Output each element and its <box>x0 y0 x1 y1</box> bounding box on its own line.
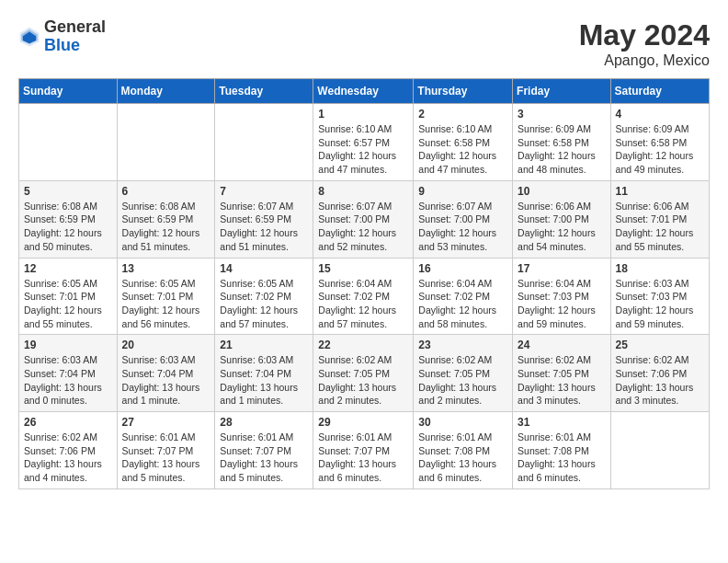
calendar-week-row: 26Sunrise: 6:02 AM Sunset: 7:06 PM Dayli… <box>19 412 710 489</box>
day-number: 3 <box>518 108 606 121</box>
day-info: Sunrise: 6:07 AM Sunset: 7:00 PM Dayligh… <box>318 200 408 254</box>
day-number: 4 <box>616 108 704 121</box>
calendar-day-12: 12Sunrise: 6:05 AM Sunset: 7:01 PM Dayli… <box>19 258 118 335</box>
day-number: 7 <box>220 185 308 198</box>
day-number: 24 <box>518 339 606 351</box>
calendar-day-8: 8Sunrise: 6:07 AM Sunset: 7:00 PM Daylig… <box>313 180 414 258</box>
calendar-day-27: 27Sunrise: 6:01 AM Sunset: 7:07 PM Dayli… <box>117 412 215 489</box>
day-number: 20 <box>122 339 210 351</box>
day-number: 15 <box>318 262 408 275</box>
logo-blue-text: Blue <box>44 36 80 54</box>
day-number: 23 <box>418 339 507 351</box>
day-info: Sunrise: 6:01 AM Sunset: 7:07 PM Dayligh… <box>220 431 308 485</box>
logo: General Blue <box>18 18 106 55</box>
calendar-day-21: 21Sunrise: 6:03 AM Sunset: 7:04 PM Dayli… <box>215 335 313 412</box>
calendar-day-5: 5Sunrise: 6:08 AM Sunset: 6:59 PM Daylig… <box>19 180 118 258</box>
calendar-week-row: 12Sunrise: 6:05 AM Sunset: 7:01 PM Dayli… <box>19 258 710 335</box>
day-info: Sunrise: 6:04 AM Sunset: 7:03 PM Dayligh… <box>518 277 606 331</box>
day-number: 9 <box>418 185 507 198</box>
calendar-empty-cell <box>215 104 313 181</box>
calendar-day-26: 26Sunrise: 6:02 AM Sunset: 7:06 PM Dayli… <box>19 412 118 489</box>
calendar-day-30: 30Sunrise: 6:01 AM Sunset: 7:08 PM Dayli… <box>414 412 513 489</box>
day-info: Sunrise: 6:01 AM Sunset: 7:07 PM Dayligh… <box>318 431 408 485</box>
day-number: 14 <box>220 262 308 275</box>
day-number: 13 <box>122 262 210 275</box>
day-info: Sunrise: 6:02 AM Sunset: 7:06 PM Dayligh… <box>616 353 704 408</box>
day-info: Sunrise: 6:08 AM Sunset: 6:59 PM Dayligh… <box>122 200 210 254</box>
day-number: 27 <box>122 416 210 429</box>
day-info: Sunrise: 6:02 AM Sunset: 7:05 PM Dayligh… <box>418 353 507 408</box>
logo-text: General Blue <box>44 18 106 55</box>
weekday-header-thursday: Thursday <box>414 79 513 104</box>
day-info: Sunrise: 6:10 AM Sunset: 6:58 PM Dayligh… <box>418 122 507 177</box>
day-info: Sunrise: 6:01 AM Sunset: 7:08 PM Dayligh… <box>518 431 606 485</box>
weekday-header-friday: Friday <box>513 79 611 104</box>
calendar-day-29: 29Sunrise: 6:01 AM Sunset: 7:07 PM Dayli… <box>313 412 414 489</box>
calendar-day-13: 13Sunrise: 6:05 AM Sunset: 7:01 PM Dayli… <box>117 258 215 335</box>
logo-general-text: General <box>44 17 106 36</box>
weekday-header-tuesday: Tuesday <box>215 79 313 104</box>
day-info: Sunrise: 6:09 AM Sunset: 6:58 PM Dayligh… <box>616 122 704 177</box>
day-number: 28 <box>220 416 308 429</box>
day-number: 25 <box>616 339 704 351</box>
weekday-header-monday: Monday <box>117 79 215 104</box>
day-number: 11 <box>616 185 704 198</box>
calendar-day-20: 20Sunrise: 6:03 AM Sunset: 7:04 PM Dayli… <box>117 335 215 412</box>
day-info: Sunrise: 6:06 AM Sunset: 7:01 PM Dayligh… <box>616 200 704 254</box>
calendar-day-10: 10Sunrise: 6:06 AM Sunset: 7:00 PM Dayli… <box>513 180 611 258</box>
day-number: 2 <box>418 108 507 121</box>
day-info: Sunrise: 6:05 AM Sunset: 7:01 PM Dayligh… <box>24 277 112 331</box>
day-info: Sunrise: 6:07 AM Sunset: 6:59 PM Dayligh… <box>220 200 308 254</box>
day-info: Sunrise: 6:03 AM Sunset: 7:04 PM Dayligh… <box>220 353 308 408</box>
day-info: Sunrise: 6:01 AM Sunset: 7:07 PM Dayligh… <box>122 431 210 485</box>
day-info: Sunrise: 6:03 AM Sunset: 7:04 PM Dayligh… <box>122 353 210 408</box>
day-info: Sunrise: 6:06 AM Sunset: 7:00 PM Dayligh… <box>518 200 606 254</box>
day-number: 6 <box>122 185 210 198</box>
day-info: Sunrise: 6:01 AM Sunset: 7:08 PM Dayligh… <box>418 431 507 485</box>
day-number: 18 <box>616 262 704 275</box>
calendar-day-2: 2Sunrise: 6:10 AM Sunset: 6:58 PM Daylig… <box>414 104 513 181</box>
calendar-empty-cell <box>610 412 709 489</box>
calendar-day-19: 19Sunrise: 6:03 AM Sunset: 7:04 PM Dayli… <box>19 335 118 412</box>
day-info: Sunrise: 6:05 AM Sunset: 7:01 PM Dayligh… <box>122 277 210 331</box>
calendar-day-9: 9Sunrise: 6:07 AM Sunset: 7:00 PM Daylig… <box>414 180 513 258</box>
location-title: Apango, Mexico <box>579 52 710 69</box>
day-info: Sunrise: 6:09 AM Sunset: 6:58 PM Dayligh… <box>518 122 606 177</box>
calendar-day-6: 6Sunrise: 6:08 AM Sunset: 6:59 PM Daylig… <box>117 180 215 258</box>
calendar-day-3: 3Sunrise: 6:09 AM Sunset: 6:58 PM Daylig… <box>513 104 611 181</box>
calendar-day-7: 7Sunrise: 6:07 AM Sunset: 6:59 PM Daylig… <box>215 180 313 258</box>
title-block: May 2024 Apango, Mexico <box>579 18 710 69</box>
calendar-day-16: 16Sunrise: 6:04 AM Sunset: 7:02 PM Dayli… <box>414 258 513 335</box>
calendar-day-15: 15Sunrise: 6:04 AM Sunset: 7:02 PM Dayli… <box>313 258 414 335</box>
day-number: 17 <box>518 262 606 275</box>
calendar-day-23: 23Sunrise: 6:02 AM Sunset: 7:05 PM Dayli… <box>414 335 513 412</box>
weekday-header-wednesday: Wednesday <box>313 79 414 104</box>
page-header: General Blue May 2024 Apango, Mexico <box>18 18 710 69</box>
day-info: Sunrise: 6:05 AM Sunset: 7:02 PM Dayligh… <box>220 277 308 331</box>
day-number: 8 <box>318 185 408 198</box>
day-number: 12 <box>24 262 112 275</box>
day-info: Sunrise: 6:03 AM Sunset: 7:04 PM Dayligh… <box>24 353 112 408</box>
day-number: 30 <box>418 416 507 429</box>
calendar-day-28: 28Sunrise: 6:01 AM Sunset: 7:07 PM Dayli… <box>215 412 313 489</box>
calendar-empty-cell <box>117 104 215 181</box>
calendar-day-11: 11Sunrise: 6:06 AM Sunset: 7:01 PM Dayli… <box>610 180 709 258</box>
day-number: 16 <box>418 262 507 275</box>
day-info: Sunrise: 6:07 AM Sunset: 7:00 PM Dayligh… <box>418 200 507 254</box>
calendar-day-31: 31Sunrise: 6:01 AM Sunset: 7:08 PM Dayli… <box>513 412 611 489</box>
day-number: 21 <box>220 339 308 351</box>
calendar-day-18: 18Sunrise: 6:03 AM Sunset: 7:03 PM Dayli… <box>610 258 709 335</box>
weekday-header-saturday: Saturday <box>610 79 709 104</box>
day-number: 26 <box>24 416 112 429</box>
day-number: 1 <box>318 108 408 121</box>
calendar-week-row: 5Sunrise: 6:08 AM Sunset: 6:59 PM Daylig… <box>19 180 710 258</box>
weekday-header-sunday: Sunday <box>19 79 118 104</box>
day-number: 5 <box>24 185 112 198</box>
month-title: May 2024 <box>579 18 710 52</box>
calendar-day-22: 22Sunrise: 6:02 AM Sunset: 7:05 PM Dayli… <box>313 335 414 412</box>
day-info: Sunrise: 6:03 AM Sunset: 7:03 PM Dayligh… <box>616 277 704 331</box>
day-number: 19 <box>24 339 112 351</box>
day-number: 31 <box>518 416 606 429</box>
calendar-empty-cell <box>19 104 118 181</box>
day-info: Sunrise: 6:10 AM Sunset: 6:57 PM Dayligh… <box>318 122 408 177</box>
